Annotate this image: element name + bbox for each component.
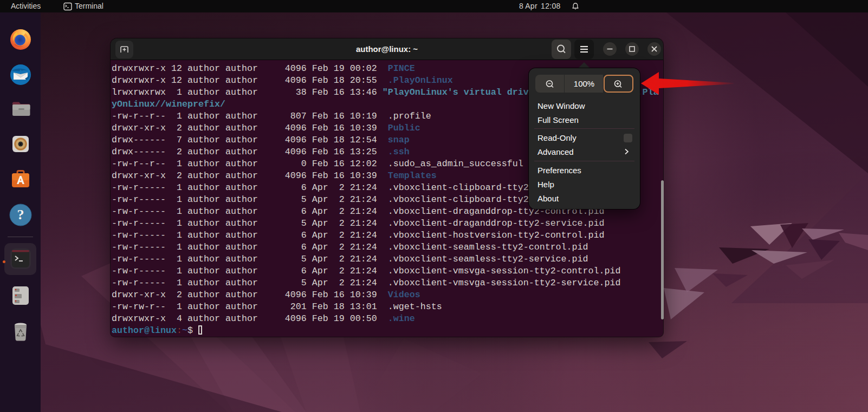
svg-text:100%: 100% (574, 79, 594, 88)
svg-text:?: ? (17, 207, 24, 223)
